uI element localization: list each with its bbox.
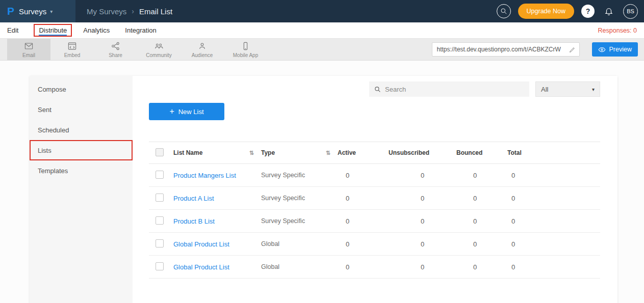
upgrade-now-button[interactable]: Upgrade Now <box>518 4 574 19</box>
notifications-button[interactable] <box>602 4 616 18</box>
breadcrumb-current: Email List <box>139 7 172 16</box>
row-checkbox[interactable] <box>156 194 164 202</box>
sort-icon[interactable]: ⇅ <box>326 150 330 156</box>
unsubscribed-count: 0 <box>389 240 456 248</box>
topbar-actions: Upgrade Now ? BS <box>497 4 644 19</box>
total-count: 0 <box>507 217 553 225</box>
chevron-down-icon: ▾ <box>50 9 53 14</box>
list-name-link[interactable]: Product B List <box>173 217 215 225</box>
table-row: Global Product List Global 0 0 0 0 <box>149 233 600 256</box>
row-checkbox[interactable] <box>156 239 164 247</box>
sidebar-item-lists[interactable]: Lists <box>30 140 133 160</box>
breadcrumb-parent[interactable]: My Surveys <box>87 7 126 16</box>
list-search-input[interactable] <box>385 86 524 93</box>
responses-count[interactable]: Responses: 0 <box>598 27 637 34</box>
active-count: 0 <box>338 217 389 225</box>
lists-table: List Name ⇅ Type ⇅ Active Unsubscribed B… <box>149 142 600 279</box>
sort-icon[interactable]: ⇅ <box>249 150 254 156</box>
bounced-count: 0 <box>456 172 507 179</box>
list-type: Global <box>261 263 338 270</box>
list-search-box <box>369 81 529 97</box>
distribute-toolbar: Email Embed Share Community Audience Mob… <box>0 39 644 61</box>
list-type: Survey Specific <box>261 172 338 179</box>
email-sidebar: Compose Sent Scheduled Lists Templates <box>30 76 133 303</box>
column-header-list-name[interactable]: List Name <box>173 149 202 156</box>
toolbar-item-mobile-app[interactable]: Mobile App <box>224 39 267 60</box>
toolbar-item-label: Email <box>22 52 35 58</box>
row-checkbox[interactable] <box>156 262 164 270</box>
tab-distribute[interactable]: Distribute <box>34 24 72 37</box>
table-row: Product B List Survey Specific 0 0 0 0 <box>149 210 600 233</box>
toolbar-item-audience[interactable]: Audience <box>181 39 224 60</box>
sidebar-item-compose[interactable]: Compose <box>30 79 133 99</box>
total-count: 0 <box>507 263 553 271</box>
sidebar-item-templates[interactable]: Templates <box>30 160 133 181</box>
list-name-link[interactable]: Global Product List <box>173 263 229 271</box>
unsubscribed-count: 0 <box>389 172 456 179</box>
lists-content: All ▾ + New List List Name ⇅ Type <box>133 76 617 303</box>
toolbar-item-community[interactable]: Community <box>137 39 181 60</box>
bounced-count: 0 <box>456 263 507 271</box>
select-all-checkbox[interactable] <box>156 148 164 156</box>
topbar: P Surveys ▾ My Surveys › Email List Upgr… <box>0 0 644 22</box>
total-count: 0 <box>507 172 553 179</box>
eye-icon <box>598 46 606 53</box>
plus-icon: + <box>169 107 174 116</box>
list-type: Survey Specific <box>261 217 338 225</box>
email-icon <box>24 41 34 51</box>
breadcrumb: My Surveys › Email List <box>87 7 497 16</box>
email-lists-card: Compose Sent Scheduled Lists Templates A… <box>30 76 617 303</box>
search-icon <box>500 8 507 15</box>
table-header-row: List Name ⇅ Type ⇅ Active Unsubscribed B… <box>149 142 600 164</box>
toolbar-right: Preview <box>432 39 644 60</box>
chevron-down-icon: ▾ <box>592 87 595 92</box>
user-avatar[interactable]: BS <box>623 4 638 19</box>
toolbar-item-label: Embed <box>64 52 81 58</box>
edit-url-button[interactable] <box>568 45 577 54</box>
survey-url-input[interactable] <box>432 42 580 57</box>
search-icon <box>374 86 381 93</box>
unsubscribed-count: 0 <box>389 195 456 202</box>
active-count: 0 <box>338 195 389 202</box>
row-checkbox[interactable] <box>156 216 164 225</box>
column-header-type[interactable]: Type <box>261 149 275 156</box>
new-list-button[interactable]: + New List <box>149 103 224 120</box>
bell-icon <box>604 7 613 16</box>
toolbar-item-embed[interactable]: Embed <box>50 39 94 60</box>
active-count: 0 <box>338 263 389 271</box>
sidebar-item-sent[interactable]: Sent <box>30 99 133 120</box>
table-row: Product A List Survey Specific 0 0 0 0 <box>149 187 600 210</box>
toolbar-item-share[interactable]: Share <box>94 39 137 60</box>
pencil-icon <box>569 46 576 53</box>
toolbar-item-label: Share <box>109 52 122 58</box>
mobile-app-icon <box>241 41 250 51</box>
community-icon <box>154 41 164 51</box>
toolbar-item-email[interactable]: Email <box>7 39 50 60</box>
tab-analytics[interactable]: Analytics <box>83 26 110 34</box>
tab-integration[interactable]: Integration <box>125 26 156 34</box>
survey-tabbar: Edit Distribute Analytics Integration Re… <box>0 22 644 39</box>
global-search-button[interactable] <box>497 4 511 18</box>
bounced-count: 0 <box>456 240 507 248</box>
toolbar-item-label: Mobile App <box>233 52 258 58</box>
list-name-link[interactable]: Product A List <box>173 195 214 202</box>
new-list-label: New List <box>178 108 204 116</box>
audience-icon <box>197 41 207 51</box>
table-row: Product Mangers List Survey Specific 0 0… <box>149 164 600 187</box>
sidebar-item-scheduled[interactable]: Scheduled <box>30 120 133 140</box>
list-name-link[interactable]: Global Product List <box>173 240 229 248</box>
survey-url-group <box>432 42 580 57</box>
preview-button[interactable]: Preview <box>592 42 638 57</box>
list-type: Survey Specific <box>261 195 338 202</box>
row-checkbox[interactable] <box>156 171 164 179</box>
help-button[interactable]: ? <box>581 5 595 18</box>
list-type-filter[interactable]: All ▾ <box>535 81 600 97</box>
list-name-link[interactable]: Product Mangers List <box>173 172 236 179</box>
active-count: 0 <box>338 172 389 179</box>
list-type: Global <box>261 240 338 247</box>
filters-row: All ▾ <box>149 81 600 97</box>
tab-edit[interactable]: Edit <box>7 26 18 34</box>
product-switcher[interactable]: P Surveys ▾ <box>0 0 75 22</box>
preview-label: Preview <box>609 46 632 53</box>
filter-selected-value: All <box>541 86 548 93</box>
